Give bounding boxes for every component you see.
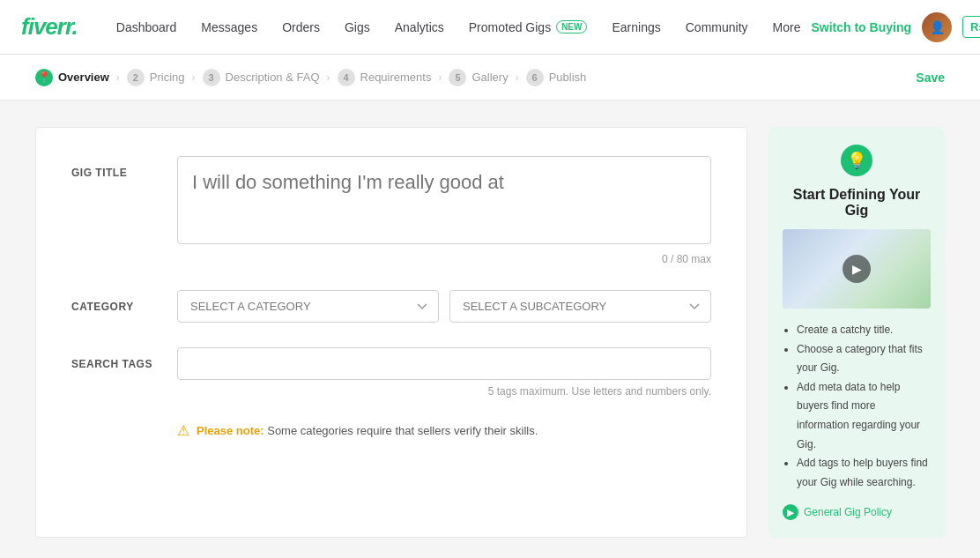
step-6-label: Publish	[549, 71, 587, 84]
step-4-label: Requirements	[360, 71, 432, 84]
category-label: CATEGORY	[71, 290, 177, 323]
tip-1: Create a catchy title.	[797, 321, 931, 340]
step-publish[interactable]: 6 Publish	[526, 69, 587, 86]
search-tags-field: 5 tags maximum. Use letters and numbers …	[177, 347, 711, 398]
breadcrumb-bar: 📍 Overview › 2 Pricing › 3 Description &…	[0, 55, 980, 100]
search-tags-input[interactable]	[177, 347, 711, 380]
category-dropdown[interactable]: SELECT A CATEGORY	[177, 290, 439, 323]
category-selects: SELECT A CATEGORY SELECT A SUBCATEGORY	[177, 290, 711, 323]
char-count: 0 / 80 max	[177, 253, 711, 265]
fiverr-logo[interactable]: fiverr.	[21, 13, 78, 41]
step-4-icon: 4	[338, 69, 355, 86]
notice-text: Please note: Some categories require tha…	[197, 424, 538, 437]
info-tips-list: Create a catchy title. Choose a category…	[783, 321, 931, 492]
step-3-label: Description & FAQ	[226, 71, 320, 84]
info-card-title: Start Defining Your Gig	[783, 187, 931, 219]
switch-buying-button[interactable]: Switch to Buying	[811, 20, 911, 34]
main-content: GIG TITLE 0 / 80 max CATEGORY SELECT A C…	[0, 100, 980, 558]
step-3-icon: 3	[203, 69, 220, 86]
arrow-2: ›	[192, 71, 196, 84]
step-2-label: Pricing	[150, 71, 185, 84]
play-button[interactable]: ▶	[843, 255, 871, 283]
tags-hint: 5 tags maximum. Use letters and numbers …	[177, 385, 711, 398]
step-overview[interactable]: 📍 Overview	[35, 69, 109, 86]
navbar-right: Switch to Buying 👤 Rs7,293.32	[811, 12, 980, 42]
policy-link-icon: ▶	[783, 504, 798, 520]
nav-dashboard[interactable]: Dashboard	[106, 13, 188, 41]
gig-title-label: GIG TITLE	[71, 156, 177, 265]
nav-promoted-gigs[interactable]: Promoted Gigs NEW	[458, 13, 598, 41]
arrow-3: ›	[327, 71, 330, 84]
step-gallery[interactable]: 5 Gallery	[449, 69, 508, 86]
video-thumbnail[interactable]: ▶	[783, 229, 931, 309]
step-1-icon: 📍	[35, 69, 53, 86]
balance-badge: Rs7,293.32	[962, 16, 980, 38]
nav-messages[interactable]: Messages	[190, 13, 268, 41]
step-description[interactable]: 3 Description & FAQ	[203, 69, 320, 86]
lightbulb-icon: 💡	[841, 145, 872, 176]
navbar-links: Dashboard Messages Orders Gigs Analytics…	[106, 13, 812, 41]
gig-title-field: 0 / 80 max	[177, 156, 711, 265]
subcategory-dropdown[interactable]: SELECT A SUBCATEGORY	[449, 290, 711, 323]
form-card: GIG TITLE 0 / 80 max CATEGORY SELECT A C…	[35, 127, 747, 538]
category-row: CATEGORY SELECT A CATEGORY SELECT A SUBC…	[71, 290, 711, 323]
notice-label: Please note:	[197, 424, 264, 437]
nav-community[interactable]: Community	[675, 13, 759, 41]
info-card: 💡 Start Defining Your Gig ▶ Create a cat…	[768, 127, 945, 538]
tip-3: Add meta data to help buyers find more i…	[797, 378, 931, 454]
search-tags-row: SEARCH TAGS 5 tags maximum. Use letters …	[71, 347, 711, 398]
nav-orders[interactable]: Orders	[271, 13, 330, 41]
arrow-4: ›	[438, 71, 442, 84]
step-1-label: Overview	[58, 71, 109, 84]
step-2-icon: 2	[127, 69, 145, 86]
tip-4: Add tags to help buyers find your Gig wh…	[797, 454, 931, 492]
category-field: SELECT A CATEGORY SELECT A SUBCATEGORY	[177, 290, 711, 323]
tip-2: Choose a category that fits your Gig.	[797, 340, 931, 378]
avatar[interactable]: 👤	[922, 12, 952, 42]
nav-earnings[interactable]: Earnings	[601, 13, 671, 41]
new-badge: NEW	[556, 20, 587, 33]
notice-body: Some categories require that sellers ver…	[267, 424, 538, 437]
nav-gigs[interactable]: Gigs	[334, 13, 381, 41]
nav-analytics[interactable]: Analytics	[384, 13, 455, 41]
notice-row: ⚠ Please note: Some categories require t…	[71, 422, 711, 439]
arrow-1: ›	[116, 71, 120, 84]
step-5-icon: 5	[449, 69, 466, 86]
sidebar-panel: 💡 Start Defining Your Gig ▶ Create a cat…	[768, 127, 945, 538]
step-5-label: Gallery	[471, 71, 508, 84]
navbar: fiverr. Dashboard Messages Orders Gigs A…	[0, 0, 980, 55]
step-requirements[interactable]: 4 Requirements	[338, 69, 432, 86]
policy-link-text: General Gig Policy	[804, 506, 892, 518]
search-tags-label: SEARCH TAGS	[71, 347, 177, 398]
breadcrumb-steps: 📍 Overview › 2 Pricing › 3 Description &…	[35, 69, 916, 86]
breadcrumb-save-button[interactable]: Save	[916, 71, 945, 85]
gig-title-input[interactable]	[177, 156, 711, 244]
arrow-5: ›	[516, 71, 519, 84]
nav-more[interactable]: More	[762, 13, 812, 41]
step-pricing[interactable]: 2 Pricing	[127, 69, 185, 86]
step-6-icon: 6	[526, 69, 544, 86]
gig-title-row: GIG TITLE 0 / 80 max	[71, 156, 711, 265]
policy-link[interactable]: ▶ General Gig Policy	[783, 504, 931, 520]
notice-icon: ⚠	[177, 422, 189, 439]
